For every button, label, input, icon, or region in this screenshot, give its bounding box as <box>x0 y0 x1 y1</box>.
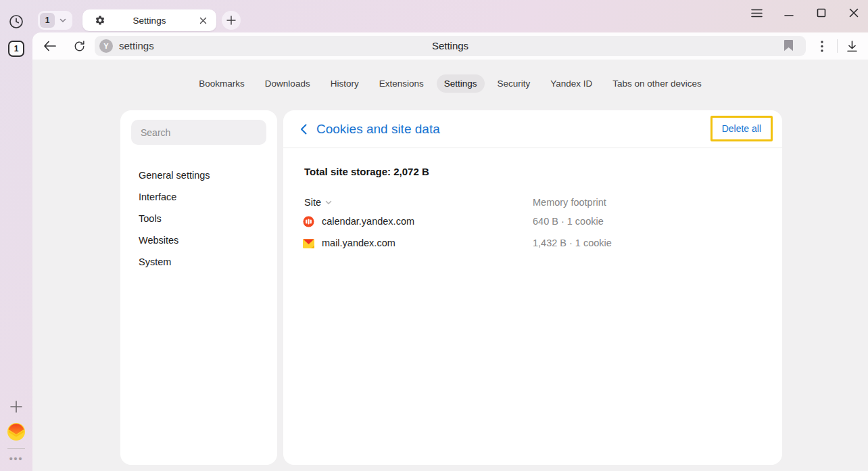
sidebar-item-tools[interactable]: Tools <box>120 208 277 229</box>
settings-page: Bookmarks Downloads History Extensions S… <box>32 60 868 471</box>
nav-tab-history[interactable]: History <box>323 74 366 93</box>
kebab-menu-icon[interactable] <box>814 38 830 54</box>
download-icon[interactable] <box>844 38 860 54</box>
column-site-sort[interactable]: Site <box>304 197 332 208</box>
sidebar-list: General settings Interface Tools Website… <box>120 164 277 273</box>
tab-title: Settings <box>82 16 216 26</box>
tab-group-count: 1 <box>40 13 55 28</box>
tab-close-icon[interactable] <box>197 15 208 26</box>
settings-nav: Bookmarks Downloads History Extensions S… <box>32 74 868 93</box>
reload-icon[interactable] <box>71 38 87 54</box>
back-arrow-icon[interactable] <box>41 38 57 54</box>
tab-settings[interactable]: Settings <box>82 9 216 31</box>
delete-all-button[interactable]: Delete all <box>710 116 773 141</box>
tab-counter-icon[interactable]: 1 <box>8 41 24 57</box>
browser-menu-icon[interactable] <box>749 5 764 20</box>
yandex-mail-favicon <box>303 238 314 249</box>
table-row[interactable]: mail.yandex.com 1,432 B · 1 cookie <box>304 232 782 254</box>
history-clock-icon[interactable] <box>7 12 26 31</box>
back-chevron-icon[interactable] <box>295 121 312 137</box>
chevron-down-icon <box>59 16 67 24</box>
delete-all-label: Delete all <box>722 123 761 134</box>
site-memory: 1,432 B · 1 cookie <box>533 232 612 254</box>
window-controls <box>749 5 861 20</box>
bookmark-icon[interactable] <box>783 40 796 52</box>
cookies-panel: Cookies and site data Delete all Total s… <box>283 110 782 465</box>
sidebar-item-system[interactable]: System <box>120 251 277 273</box>
search-input[interactable] <box>131 120 266 145</box>
cookies-header: Cookies and site data Delete all <box>283 110 782 148</box>
nav-tab-bookmarks[interactable]: Bookmarks <box>191 74 252 93</box>
nav-tab-yandex-id[interactable]: Yandex ID <box>543 74 600 93</box>
nav-tab-security[interactable]: Security <box>490 74 538 93</box>
sidebar-item-general-settings[interactable]: General settings <box>120 164 277 186</box>
total-storage: Total site storage: 2,072 B <box>304 166 782 177</box>
strip-divider <box>7 448 25 449</box>
table-header: Site Memory footprint <box>304 197 782 210</box>
site-name: mail.yandex.com <box>322 232 395 254</box>
yandex-mail-icon[interactable] <box>7 422 26 441</box>
address-bar[interactable]: Y settings Settings <box>95 36 806 56</box>
ellipsis-icon[interactable]: ••• <box>7 453 25 464</box>
settings-sidebar: General settings Interface Tools Website… <box>120 110 277 465</box>
toolbar: Y settings Settings <box>32 32 868 60</box>
page-title: Settings <box>95 36 806 56</box>
toolbar-divider <box>837 39 838 53</box>
maximize-icon[interactable] <box>814 5 829 20</box>
nav-tab-settings[interactable]: Settings <box>437 74 485 93</box>
nav-tab-downloads[interactable]: Downloads <box>258 74 318 93</box>
tab-strip: 1 Settings <box>38 9 72 31</box>
nav-tab-extensions[interactable]: Extensions <box>372 74 431 93</box>
new-tab-plus-icon[interactable] <box>222 11 241 30</box>
tab-counter-number: 1 <box>14 44 19 53</box>
nav-tab-other-devices[interactable]: Tabs on other devices <box>605 74 708 93</box>
site-name: calendar.yandex.com <box>322 210 414 232</box>
sort-chevron-icon <box>325 200 332 205</box>
table-row[interactable]: calendar.yandex.com 640 B · 1 cookie <box>304 210 782 232</box>
sidebar-item-interface[interactable]: Interface <box>120 186 277 208</box>
yandex-calendar-favicon <box>303 216 314 227</box>
tab-group-chip[interactable]: 1 <box>38 11 72 30</box>
add-panel-plus-icon[interactable] <box>7 398 25 416</box>
page-heading[interactable]: Cookies and site data <box>316 122 440 137</box>
sidebar-item-websites[interactable]: Websites <box>120 229 277 251</box>
minimize-icon[interactable] <box>781 5 796 20</box>
close-window-icon[interactable] <box>846 5 861 20</box>
browser-window: Y settings Settings Bookmarks Downloads … <box>32 32 868 471</box>
site-memory: 640 B · 1 cookie <box>533 210 604 232</box>
column-memory-label: Memory footprint <box>533 197 606 208</box>
edge-sidebar: 1 ••• <box>0 0 32 471</box>
column-site-label: Site <box>304 197 321 208</box>
cookies-body: Total site storage: 2,072 B Site Memory … <box>283 166 782 254</box>
